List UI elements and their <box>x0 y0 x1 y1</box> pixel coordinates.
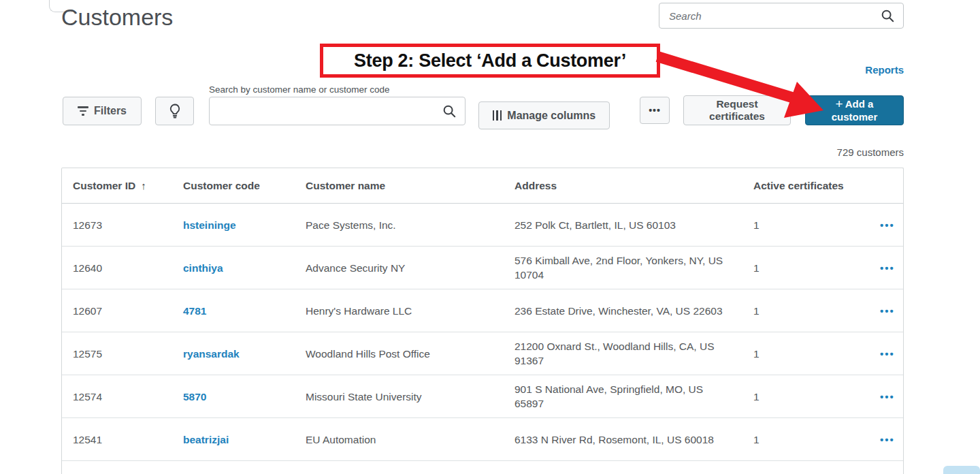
customer-code-link[interactable]: cinthiya <box>183 262 223 274</box>
global-search-input[interactable] <box>659 10 880 22</box>
ellipsis-icon: ••• <box>649 105 661 116</box>
lightbulb-icon <box>168 103 182 119</box>
customer-code-link[interactable]: beatrizjai <box>183 434 229 445</box>
cell-customer-id: 12575 <box>62 347 172 361</box>
cell-address: 6133 N River Rd, Rosemont, IL, US 60018 <box>504 432 742 447</box>
cell-customer-id: 12640 <box>62 261 172 275</box>
cell-customer-name: Missouri State University <box>295 390 504 404</box>
request-certificates-button[interactable]: Request certificates <box>683 95 791 125</box>
row-actions-icon[interactable]: ••• <box>865 304 904 318</box>
cell-customer-name: Advance Security NY <box>295 261 504 275</box>
annotation-callout-text: Step 2: Select ‘Add a Customer’ <box>354 50 626 72</box>
cell-customer-id: 12673 <box>62 218 172 232</box>
filters-button[interactable]: Filters <box>63 97 142 125</box>
header-customer-name[interactable]: Customer name <box>295 178 504 193</box>
request-certificates-label: Request certificates <box>700 98 774 123</box>
sort-ascending-icon[interactable]: ↑ <box>141 180 146 191</box>
header-customer-code[interactable]: Customer code <box>172 178 295 193</box>
header-address[interactable]: Address <box>504 178 742 193</box>
page-title: Customers <box>61 4 173 31</box>
row-actions-icon[interactable]: ••• <box>865 218 904 232</box>
global-search <box>659 3 904 29</box>
table-row[interactable]: 12575 ryansardak Woodland Hills Post Off… <box>62 332 903 375</box>
customer-search <box>209 97 466 125</box>
cell-customer-id: 12607 <box>62 304 172 318</box>
cell-address: 576 Kimball Ave, 2nd Floor, Yonkers, NY,… <box>504 253 742 282</box>
row-actions-icon[interactable]: ••• <box>865 390 904 404</box>
cell-active-certificates: 1 <box>742 261 865 275</box>
customer-search-input[interactable] <box>210 106 442 117</box>
table-row[interactable]: 12640 cinthiya Advance Security NY 576 K… <box>62 247 903 289</box>
chat-widget-fragment[interactable] <box>943 466 980 474</box>
header-active-certificates[interactable]: Active certificates <box>742 178 865 193</box>
customer-search-icon[interactable] <box>442 104 457 118</box>
table-body: 12673 hsteininge Pace Systems, Inc. 252 … <box>62 204 903 461</box>
row-actions-icon[interactable]: ••• <box>865 432 904 447</box>
cell-address: 252 Polk Ct, Bartlett, IL, US 60103 <box>504 218 742 232</box>
customer-search-label: Search by customer name or customer code <box>209 84 390 95</box>
cell-active-certificates: 1 <box>742 390 865 404</box>
cell-active-certificates: 1 <box>742 432 865 447</box>
more-actions-button[interactable]: ••• <box>640 97 670 124</box>
add-customer-button[interactable]: +Add a customer <box>805 95 904 125</box>
partial-next-row <box>62 461 903 474</box>
customer-count: 729 customers <box>837 146 904 158</box>
filters-button-label: Filters <box>94 105 127 117</box>
cell-customer-name: Woodland Hills Post Office <box>295 347 504 361</box>
customer-code-link[interactable]: hsteininge <box>183 219 236 231</box>
cell-customer-name: Henry's Hardware LLC <box>295 304 504 318</box>
manage-columns-label: Manage columns <box>507 110 595 122</box>
manage-columns-button[interactable]: Manage columns <box>478 101 610 129</box>
cell-address: 901 S National Ave, Springfield, MO, US … <box>504 382 742 411</box>
row-actions-icon[interactable]: ••• <box>865 261 904 275</box>
cell-active-certificates: 1 <box>742 218 865 232</box>
cell-active-certificates: 1 <box>742 304 865 318</box>
row-actions-icon[interactable]: ••• <box>865 347 904 361</box>
tips-button[interactable] <box>155 97 194 125</box>
cell-customer-id: 12574 <box>62 390 172 404</box>
customer-code-link[interactable]: 5870 <box>183 391 206 402</box>
cell-address: 236 Estate Drive, Winchester, VA, US 226… <box>504 304 742 318</box>
plus-icon: + <box>836 97 843 111</box>
customer-code-link[interactable]: ryansardak <box>183 348 240 360</box>
cell-active-certificates: 1 <box>742 347 865 361</box>
annotation-callout: Step 2: Select ‘Add a Customer’ <box>320 44 660 78</box>
filter-icon <box>78 106 88 116</box>
cell-address: 21200 Oxnard St., Woodland Hills, CA, US… <box>504 339 742 368</box>
cell-customer-name: EU Automation <box>295 432 504 447</box>
table-row[interactable]: 12574 5870 Missouri State University 901… <box>62 375 903 418</box>
cell-customer-name: Pace Systems, Inc. <box>295 218 504 232</box>
table-row[interactable]: 12541 beatrizjai EU Automation 6133 N Ri… <box>62 418 903 461</box>
search-icon[interactable] <box>880 8 895 23</box>
table-row[interactable]: 12673 hsteininge Pace Systems, Inc. 252 … <box>62 204 903 247</box>
customers-table: Customer ID↑ Customer code Customer name… <box>61 168 904 474</box>
table-row[interactable]: 12607 4781 Henry's Hardware LLC 236 Esta… <box>62 289 903 332</box>
customer-code-link[interactable]: 4781 <box>183 305 206 317</box>
header-customer-id[interactable]: Customer ID↑ <box>62 178 172 193</box>
customers-page: Customers Reports Step 2: Select ‘Add a … <box>0 0 980 474</box>
cell-customer-id: 12541 <box>62 432 172 447</box>
columns-icon <box>493 110 502 121</box>
reports-link[interactable]: Reports <box>865 64 904 76</box>
table-header-row: Customer ID↑ Customer code Customer name… <box>62 168 903 204</box>
